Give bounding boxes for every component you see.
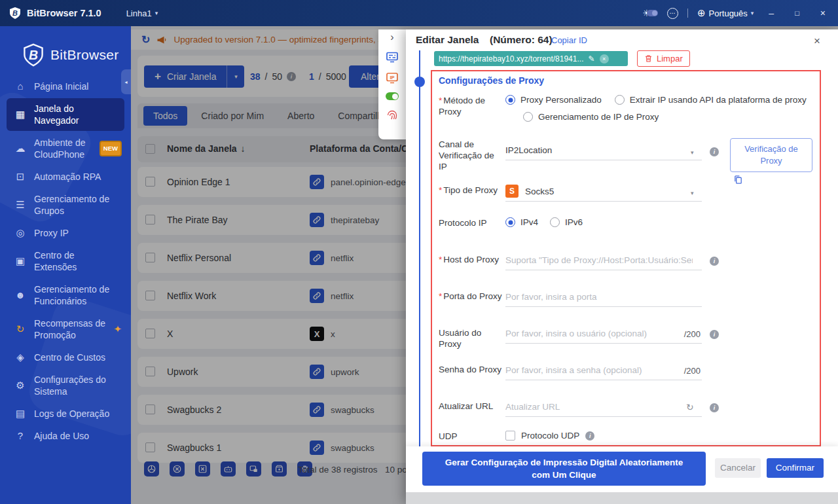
radio-ipv6[interactable]: IPv6 bbox=[550, 217, 583, 227]
language-selector[interactable]: ⊕ Português ▾ bbox=[697, 7, 754, 19]
close-button[interactable]: × bbox=[814, 8, 831, 18]
char-counter: /200 bbox=[669, 366, 701, 376]
chevron-down-icon[interactable]: ▾ bbox=[691, 190, 694, 196]
proxy-type-select[interactable]: S Socks5 bbox=[505, 185, 702, 202]
proxy-check-button[interactable]: Verificação de Proxy bbox=[730, 138, 812, 172]
proxy-toggle-icon[interactable] bbox=[386, 92, 399, 100]
required-marker: * bbox=[439, 96, 442, 105]
brand-shield-icon: B bbox=[22, 43, 45, 67]
clear-button[interactable]: Limpar bbox=[637, 50, 690, 67]
sidebar-item-cloudphone[interactable]: ☁Ambiente de CloudPhoneNEW bbox=[7, 132, 124, 165]
info-icon[interactable]: i bbox=[710, 330, 719, 339]
rewards-icon: ↻ bbox=[7, 323, 34, 335]
char-counter: /200 bbox=[669, 329, 701, 339]
close-icon[interactable]: × bbox=[814, 35, 820, 48]
info-icon[interactable]: i bbox=[585, 431, 594, 441]
chevron-down-icon: ▾ bbox=[751, 10, 754, 16]
sidebar-item-recompensas[interactable]: ↻Recompensas de Promoção✦ bbox=[7, 313, 124, 346]
url-chip[interactable]: https://thepiratebay10.xyz/torrent/81941… bbox=[434, 51, 628, 66]
cancel-button[interactable]: Cancelar bbox=[715, 458, 761, 478]
sidebar-item-automacao-rpa[interactable]: ⊡Automação RPA bbox=[7, 166, 124, 187]
sidebar-item-proxy-ip[interactable]: ◎Proxy IP bbox=[7, 223, 124, 243]
logs-icon: ▤ bbox=[7, 408, 34, 420]
copy-icon[interactable] bbox=[733, 175, 743, 185]
chevron-down-icon[interactable]: ▾ bbox=[691, 149, 694, 156]
svg-text:B: B bbox=[12, 9, 18, 17]
info-icon[interactable]: i bbox=[710, 257, 719, 266]
new-badge: NEW bbox=[100, 141, 122, 156]
drawer-header: Editar Janela (Número: 64) Copiar ID × bbox=[406, 29, 838, 50]
required-marker: * bbox=[439, 291, 442, 301]
gear-icon: ⚙ bbox=[7, 380, 34, 391]
sidebar-item-ajuda[interactable]: ?Ajuda de Uso bbox=[7, 425, 124, 446]
brand-name: BitBrowser bbox=[50, 47, 119, 63]
support-icon[interactable]: ⋯ bbox=[667, 8, 678, 19]
sidebar-item-pagina-inicial[interactable]: ⌂Página Inicial bbox=[7, 76, 124, 97]
ip-monitor-icon[interactable]: IP bbox=[386, 71, 399, 84]
sidebar: B BitBrowser ◂ ⌂Página Inicial ▦Janela d… bbox=[0, 26, 131, 504]
browser-window-icon: ▦ bbox=[7, 109, 34, 120]
drawer-footer: Gerar Configuração de Impressão Digital … bbox=[406, 446, 838, 492]
proxy-port-input[interactable] bbox=[505, 291, 699, 306]
chevron-right-icon[interactable]: › bbox=[390, 32, 393, 43]
instance-selector[interactable]: Linha1 ▾ bbox=[126, 9, 158, 18]
radio-gerenciamento-ip[interactable]: Gerenciamento de IP de Proxy bbox=[523, 112, 659, 122]
drawer-title: Editar Janela bbox=[416, 34, 479, 46]
socks-badge: S bbox=[505, 185, 519, 198]
maximize-button[interactable]: □ bbox=[789, 9, 805, 17]
sidebar-item-funcionarios[interactable]: ☻Gerenciamento de Funcionários bbox=[7, 279, 124, 312]
edit-window-drawer: Editar Janela (Número: 64) Copiar ID × h… bbox=[406, 29, 838, 504]
proxy-user-input[interactable] bbox=[505, 327, 666, 343]
app-logo-icon: B bbox=[9, 7, 22, 20]
sidebar-item-extensoes[interactable]: ▣Centro de Extensões bbox=[7, 245, 124, 278]
drawer-bottom-strip bbox=[406, 492, 838, 504]
refresh-icon[interactable]: ↻ bbox=[686, 402, 694, 412]
fingerprint-icon[interactable] bbox=[386, 108, 399, 121]
radio-icon bbox=[505, 217, 515, 227]
confirm-button[interactable]: Confirmar bbox=[767, 458, 824, 478]
proxy-password-input[interactable] bbox=[505, 364, 666, 380]
sidebar-item-centro-de-custos[interactable]: ◈Centro de Custos bbox=[7, 347, 124, 368]
radio-ipv4[interactable]: IPv4 bbox=[505, 217, 538, 227]
sidebar-nav: ⌂Página Inicial ▦Janela do Navegador ☁Am… bbox=[0, 76, 131, 446]
proxy-settings-section: Configurações de Proxy *Método de Proxy … bbox=[431, 70, 821, 446]
radio-proxy-personalizado[interactable]: Proxy Personalizado bbox=[505, 95, 602, 105]
window-settings-icon[interactable] bbox=[386, 50, 399, 63]
remove-url-icon[interactable]: × bbox=[600, 54, 609, 63]
sidebar-item-janela-do-navegador[interactable]: ▦Janela do Navegador bbox=[7, 98, 124, 131]
url-text: https://thepiratebay10.xyz/torrent/81941… bbox=[439, 54, 583, 63]
section-title: Configurações de Proxy bbox=[439, 75, 544, 86]
required-marker: * bbox=[439, 255, 442, 264]
sparkle-icon: ✦ bbox=[113, 323, 122, 335]
theme-toggle[interactable]: ☀ bbox=[642, 8, 658, 18]
divider bbox=[687, 9, 688, 18]
groups-icon: ☰ bbox=[7, 199, 34, 211]
info-icon[interactable]: i bbox=[710, 147, 719, 156]
drawer-body: https://thepiratebay10.xyz/torrent/81941… bbox=[406, 50, 838, 446]
sidebar-collapse-handle[interactable]: ◂ bbox=[121, 69, 131, 94]
ip-channel-select[interactable]: IP2Location bbox=[505, 144, 702, 160]
refresh-url-input[interactable] bbox=[505, 401, 676, 416]
sidebar-item-configuracoes[interactable]: ⚙Configurações do Sistema bbox=[7, 369, 124, 402]
sidebar-item-logs[interactable]: ▤Logs de Operação bbox=[7, 403, 124, 424]
employees-icon: ☻ bbox=[7, 289, 34, 301]
minimize-button[interactable]: – bbox=[763, 8, 780, 18]
pencil-icon[interactable]: ✎ bbox=[588, 54, 594, 63]
sidebar-item-grupos[interactable]: ☰Gerenciamento de Grupos bbox=[7, 189, 124, 221]
svg-text:B: B bbox=[29, 48, 38, 62]
proxy-host-input[interactable] bbox=[505, 254, 693, 270]
radio-extrair-ip-api[interactable]: Extrair IP usando API da plataforma de p… bbox=[615, 95, 807, 105]
cost-center-icon: ◈ bbox=[7, 351, 34, 363]
generate-fingerprint-button[interactable]: Gerar Configuração de Impressão Digital … bbox=[422, 452, 706, 486]
cloudphone-icon: ☁ bbox=[7, 143, 34, 154]
info-icon[interactable]: i bbox=[710, 403, 719, 412]
svg-text:IP: IP bbox=[390, 75, 394, 81]
copy-id-link[interactable]: Copiar ID bbox=[551, 35, 587, 45]
globe-icon: ⊕ bbox=[697, 7, 706, 19]
radio-icon bbox=[523, 112, 533, 122]
bitbrowser-app: B BitBrowser 7.1.0 Linha1 ▾ ☀ ⋯ ⊕ Portug… bbox=[0, 0, 838, 504]
udp-checkbox[interactable] bbox=[505, 431, 515, 441]
radio-icon bbox=[615, 95, 625, 105]
trash-icon bbox=[644, 54, 653, 63]
drawer-quickbar: › IP bbox=[378, 29, 406, 139]
